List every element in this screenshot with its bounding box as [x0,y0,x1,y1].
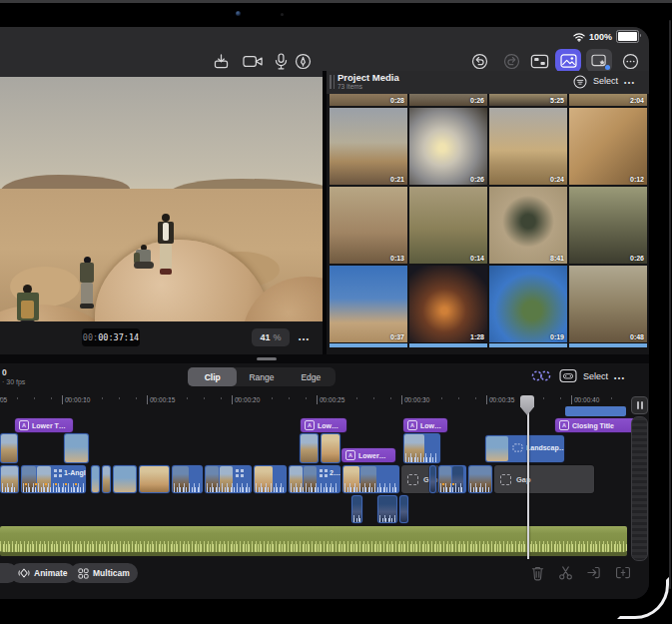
music-waveform [0,541,627,552]
viewer-more-button[interactable]: … [298,329,311,343]
duration-badge: 8:41 [550,255,564,262]
pencil-draw-button[interactable] [293,51,313,71]
connected-clip[interactable] [64,433,89,463]
media-item[interactable]: 0:26 [409,108,487,185]
storyline-clip[interactable] [429,465,436,493]
title-icon: A [345,450,355,460]
music-clip-edge [0,552,627,556]
multicam-icon [236,469,239,472]
media-more-button[interactable]: … [623,73,636,87]
split-clip-button[interactable] [558,565,575,582]
playhead-handle[interactable] [520,395,534,415]
timeline-more-button[interactable]: … [613,368,626,382]
media-item[interactable]: 0:37 [330,266,407,347]
viewer-preview[interactable] [0,77,323,321]
trim-tool-button[interactable] [530,368,552,387]
media-select-button[interactable]: Select [593,76,618,86]
more-button[interactable] [620,51,640,71]
storyline-clip[interactable] [254,465,287,493]
usage-indicator [489,342,567,347]
title-icon: A [19,420,29,430]
usage-indicator [409,342,487,347]
connected-clip[interactable] [321,433,340,463]
record-video-button[interactable] [241,51,265,71]
figure-standing [155,214,177,276]
record-audio-button[interactable] [271,51,291,71]
connected-clip[interactable] [300,433,319,463]
multicam-button[interactable]: Multicam [70,563,138,583]
media-item[interactable]: 0:24 [489,108,567,185]
media-item[interactable]: 0:19 [489,266,567,347]
title-clip[interactable]: ALower T… [15,418,73,432]
media-item[interactable]: 5:25 [489,94,567,106]
media-item[interactable]: 0:12 [569,108,647,185]
project-info-line2: · 30 fps [2,378,25,385]
gap-clip[interactable]: Gap [494,465,594,493]
storyline-clip[interactable] [342,465,399,493]
storyline-clip[interactable] [102,465,111,493]
media-item[interactable]: 0:48 [569,266,647,347]
media-item[interactable]: 2:04 [569,94,647,106]
media-item[interactable]: 0:26 [569,187,647,264]
import-button[interactable] [211,51,231,71]
ruler-label: 00:00:30 [401,395,429,404]
connected-below-clip[interactable] [399,495,408,523]
connected-below-clip[interactable] [377,495,397,523]
media-item[interactable]: 0:13 [330,187,407,264]
browser-toggle-button[interactable] [529,51,549,71]
timeline-resize-handle[interactable] [257,357,277,360]
media-browser-button[interactable] [555,49,581,72]
storyline-clip-multicam[interactable] [205,465,252,493]
storyline-clip-multicam[interactable]: 1-Angl… [21,465,86,493]
media-item[interactable]: 0:21 [330,108,407,185]
content-browser-button[interactable] [586,49,612,72]
clip-height-control-top[interactable] [631,396,648,414]
mode-edge[interactable]: Edge [287,367,336,386]
media-item[interactable]: 8:41 [489,187,567,264]
panel-item-count: 73 Items [337,83,362,90]
connected-clip[interactable] [403,433,440,463]
edit-mode-segmented-control: Clip Range Edge [188,367,336,386]
mode-clip[interactable]: Clip [188,367,237,386]
music-audio-clip[interactable] [0,526,627,552]
duration-badge: 0:26 [470,97,484,104]
timeline: 0 · 30 fps Clip Range Edge Select … 05 0… [0,354,649,599]
filter-button[interactable] [573,75,587,93]
delete-button[interactable] [530,565,547,582]
title-clip[interactable]: ALow… [301,418,346,432]
storyline-clip[interactable] [139,465,170,493]
insert-clip-button[interactable] [586,565,603,582]
top-lane-clip[interactable] [565,406,626,416]
storyline-clip[interactable] [172,465,203,493]
zoom-level-button[interactable]: 41 % [252,328,290,346]
storyline-clip-multicam[interactable]: 2… [289,465,340,493]
connected-below-clip[interactable] [351,495,362,523]
duration-badge: 0:28 [390,97,404,104]
media-item[interactable]: 0:14 [409,187,487,264]
app-screen: 100% [0,27,649,599]
media-item[interactable]: 0:28 [330,94,407,106]
clip-appearance-button[interactable] [559,368,577,387]
redo-button[interactable] [501,51,521,71]
title-clip[interactable]: ALower… [341,448,395,462]
title-clip[interactable]: AClosing Title [555,418,635,432]
storyline-clip[interactable] [468,465,492,493]
storyline-clip[interactable] [113,465,137,493]
mode-range[interactable]: Range [237,367,286,386]
storyline-clip[interactable] [438,465,466,493]
connected-clip[interactable] [0,433,18,463]
animate-button[interactable]: Animate [10,563,76,583]
media-item[interactable]: 0:26 [409,94,487,106]
undo-button[interactable] [469,51,489,71]
duration-badge: 5:25 [550,97,564,104]
clip-height-slider[interactable] [631,416,648,561]
usage-indicator [569,342,647,347]
panel-drag-handle[interactable] [330,75,335,89]
connected-clip-landscape[interactable]: Landscap… [485,435,564,462]
title-clip[interactable]: ALow… [403,418,447,432]
timeline-select-button[interactable]: Select [583,371,608,381]
storyline-clip[interactable] [0,465,19,493]
media-item[interactable]: 1:28 [409,266,487,347]
storyline-clip[interactable] [91,465,100,493]
device-corner-reflection [617,577,669,619]
